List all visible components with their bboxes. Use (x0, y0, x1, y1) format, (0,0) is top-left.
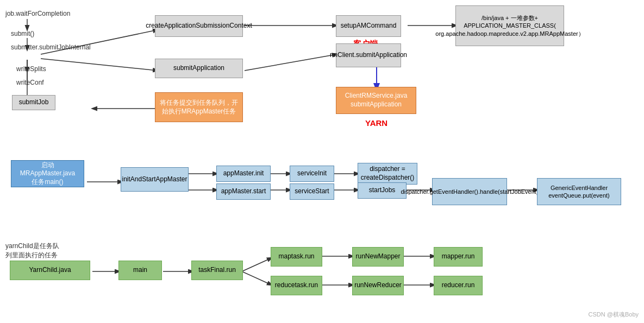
svg-line-6 (41, 59, 158, 71)
write-conf-label: writeConf (16, 79, 44, 86)
task-final-box: taskFinal.run (191, 261, 243, 280)
create-dispatcher-box: dispatcher = createDispatcher() (358, 163, 417, 185)
submit-job-internal-label: submitter.submitJobInternal (11, 43, 91, 51)
watermark: CSDN @棋魂Boby (589, 311, 639, 319)
submit-label: submit() (11, 30, 34, 37)
write-splits-label: writeSplits (16, 65, 46, 73)
init-and-start-box: initAndStartAppMaster (121, 167, 189, 192)
app-master-start-box: appMaster.start (216, 183, 271, 200)
setup-am-command-box: setupAMCommand (336, 15, 401, 37)
run-new-mapper-box: runNewMapper (352, 247, 404, 267)
generic-event-handler-box: GenericEventHandler eventQueue.put(event… (537, 178, 621, 205)
submit-app-box: submitApplication (155, 59, 243, 78)
start-jobs-box: startJobs (358, 182, 407, 199)
client-rm-service-box: ClientRMService.java submitApplication (336, 87, 416, 114)
java-args-box: /bin/java + 一堆参数+ APPLICATION_MASTER_CLA… (455, 5, 564, 46)
service-init-box: serviceInit (290, 166, 334, 182)
get-event-handler-box: dispatcher.getEventHandler().handle(star… (432, 178, 507, 205)
service-start-box: serviceStart (290, 183, 334, 200)
rm-client-submit-box: rmClient.submitApplication (336, 43, 401, 67)
reducer-run-box: reducer.run (434, 276, 483, 295)
svg-line-23 (242, 258, 272, 271)
main-box: main (118, 261, 162, 280)
svg-line-24 (242, 271, 272, 285)
svg-line-9 (245, 54, 337, 71)
diagram: job.waitForCompletion submit() submitter… (0, 0, 644, 323)
run-new-reducer-box: runNewReducer (352, 276, 404, 295)
start-mr-box: 启动MRAppMaster.java 任务main() (11, 160, 84, 187)
app-master-init-box: appMaster.init (216, 166, 271, 182)
yarn-child-label: yarnChild是任务队 列里面执行的任务 (5, 242, 59, 260)
yarn-child-java-box: YarnChild.java (10, 261, 90, 280)
maptask-box: maptask.run (271, 247, 322, 267)
mapper-run-box: mapper.run (434, 247, 483, 267)
submit-job-box: submitJob (12, 95, 55, 110)
wait-for-completion-label: job.waitForCompletion (5, 10, 70, 17)
reducetask-box: reducetask.run (271, 276, 322, 295)
queue-task-box: 将任务提交到任务队列，开始执行MRAppMaster任务 (155, 92, 243, 122)
yarn-label: YARN (365, 118, 387, 128)
create-app-ctx-box: createApplicationSubmissionContext (155, 15, 243, 37)
